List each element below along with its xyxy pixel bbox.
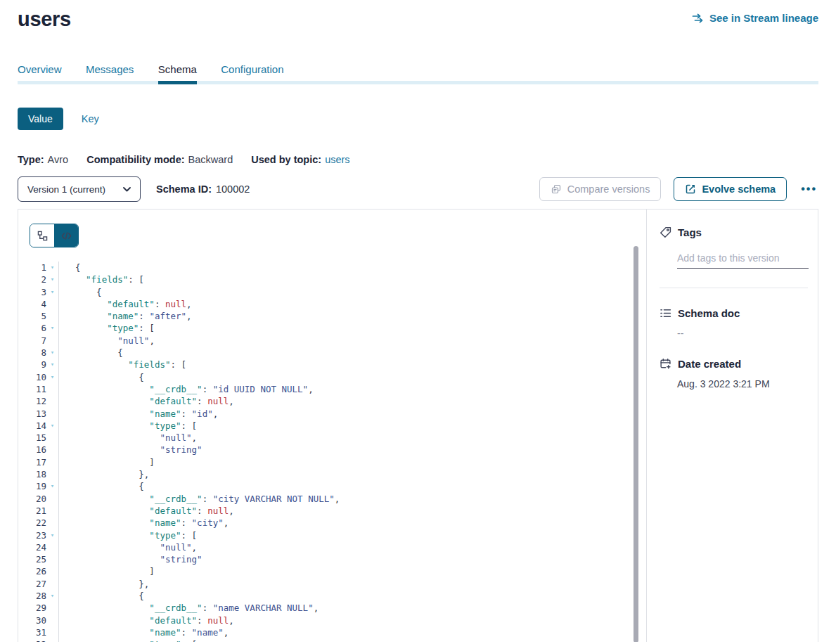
value-toggle-button[interactable]: Value (18, 108, 63, 130)
fold-arrow-icon[interactable]: ▾ (46, 347, 58, 359)
code-line-text: }, (58, 578, 646, 590)
code-line-text: "default": null, (58, 614, 646, 626)
schema-doc-value: -- (677, 328, 808, 339)
line-number: 23 (18, 529, 46, 541)
see-in-stream-lineage-link[interactable]: See in Stream lineage (692, 12, 818, 24)
line-number: 10 (18, 371, 46, 383)
schema-doc-header: Schema doc (660, 307, 808, 319)
code-line: 20 "__crdb__": "city VARCHAR NOT NULL", (18, 493, 646, 505)
fold-spacer (46, 444, 58, 456)
schema-id: Schema ID: 100002 (156, 183, 250, 195)
code-line: 17 ] (18, 456, 646, 468)
topic-link[interactable]: users (325, 154, 349, 165)
tree-view-icon (37, 231, 48, 241)
tree-view-button[interactable] (30, 224, 54, 247)
code-line-text: "name": "id", (58, 408, 646, 420)
code-line-text: "name": "after", (58, 310, 646, 322)
tab-bar: Overview Messages Schema Configuration (18, 63, 818, 84)
fold-arrow-icon[interactable]: ▾ (46, 322, 58, 334)
line-number: 21 (18, 505, 46, 517)
code-line: 30 "default": null, (18, 614, 646, 626)
value-key-toggle: Value Key (18, 108, 818, 130)
code-line-text: { (58, 262, 646, 273)
fold-spacer (46, 408, 58, 420)
fold-arrow-icon[interactable]: ▾ (46, 480, 58, 492)
fold-spacer (46, 565, 58, 577)
evolve-schema-button[interactable]: Evolve schema (674, 177, 787, 201)
key-toggle-link[interactable]: Key (82, 113, 99, 124)
compare-versions-label: Compare versions (567, 183, 650, 195)
schema-id-value: 100002 (216, 183, 250, 195)
code-line-text: { (58, 286, 646, 298)
schema-doc-title: Schema doc (678, 307, 740, 319)
line-number: 9 (18, 359, 46, 371)
compare-versions-button[interactable]: Compare versions (539, 177, 662, 201)
fold-spacer (46, 383, 58, 395)
line-number: 8 (18, 347, 46, 359)
line-number: 25 (18, 553, 46, 565)
code-line: 4 "default": null, (18, 298, 646, 310)
edit-box-icon (685, 183, 696, 195)
tab-underline-track (18, 81, 818, 84)
code-view-icon (61, 231, 72, 240)
code-line-text: "string" (58, 444, 646, 456)
code-line: 9▾ "fields": [ (18, 359, 646, 371)
code-line-text: "null", (58, 432, 646, 444)
line-number: 31 (18, 626, 46, 638)
code-view-button[interactable] (54, 224, 78, 247)
fold-arrow-icon[interactable]: ▾ (46, 371, 58, 383)
line-number: 27 (18, 578, 46, 590)
editor-view-toggle (30, 224, 79, 247)
line-number: 16 (18, 444, 46, 456)
code-line-text: ] (58, 565, 646, 577)
fold-arrow-icon[interactable]: ▾ (46, 273, 58, 285)
code-line: 5 "name": "after", (18, 310, 646, 322)
fold-spacer (46, 395, 58, 407)
code-line-text: "fields": [ (58, 273, 646, 285)
fold-arrow-icon[interactable]: ▾ (46, 420, 58, 432)
code-line: 27 }, (18, 578, 646, 590)
fold-arrow-icon[interactable]: ▾ (46, 262, 58, 273)
line-number: 32 (18, 638, 46, 642)
code-line: 12 "default": null, (18, 395, 646, 407)
line-number: 11 (18, 383, 46, 395)
code-lines[interactable]: 1▾{2▾ "fields": [3▾ {4 "default": null,5… (18, 262, 646, 642)
fold-spacer (46, 578, 58, 590)
code-line-text: "default": null, (58, 395, 646, 407)
line-number: 17 (18, 456, 46, 468)
chevron-down-icon (123, 187, 131, 192)
code-line: 10▾ { (18, 371, 646, 383)
code-line: 14▾ "type": [ (18, 420, 646, 432)
code-line: 13 "name": "id", (18, 408, 646, 420)
fold-arrow-icon[interactable]: ▾ (46, 286, 58, 298)
fold-arrow-icon[interactable]: ▾ (46, 359, 58, 371)
line-number: 6 (18, 322, 46, 334)
line-number: 15 (18, 432, 46, 444)
more-options-button[interactable]: ••• (799, 180, 818, 198)
code-line: 6▾ "type": [ (18, 322, 646, 334)
line-number: 28 (18, 590, 46, 602)
line-number: 24 (18, 541, 46, 553)
schema-sidebar: Tags Schema doc -- (646, 210, 818, 642)
code-line: 19▾ { (18, 480, 646, 492)
code-line-text: "type": [ (58, 529, 646, 541)
used-by-topic-label: Used by topic: (251, 154, 321, 165)
fold-arrow-icon[interactable]: ▾ (46, 590, 58, 602)
fold-spacer (46, 626, 58, 638)
page-title: users (18, 7, 71, 31)
code-line-text: { (58, 347, 646, 359)
code-line: 11 "__crdb__": "id UUID NOT NULL", (18, 383, 646, 395)
add-tags-input[interactable] (677, 252, 809, 269)
code-line-text: "default": null, (58, 505, 646, 517)
editor-scrollbar[interactable] (634, 246, 638, 642)
fold-arrow-icon[interactable]: ▾ (46, 638, 58, 642)
compatibility-value: Backward (188, 154, 233, 165)
version-select[interactable]: Version 1 (current) (18, 176, 141, 202)
code-line-text: "null", (58, 541, 646, 553)
tab-schema[interactable]: Schema (158, 63, 197, 84)
fold-arrow-icon[interactable]: ▾ (46, 529, 58, 541)
tag-icon (660, 226, 671, 238)
stream-lineage-icon (692, 13, 705, 24)
line-number: 14 (18, 420, 46, 432)
line-number: 22 (18, 517, 46, 529)
